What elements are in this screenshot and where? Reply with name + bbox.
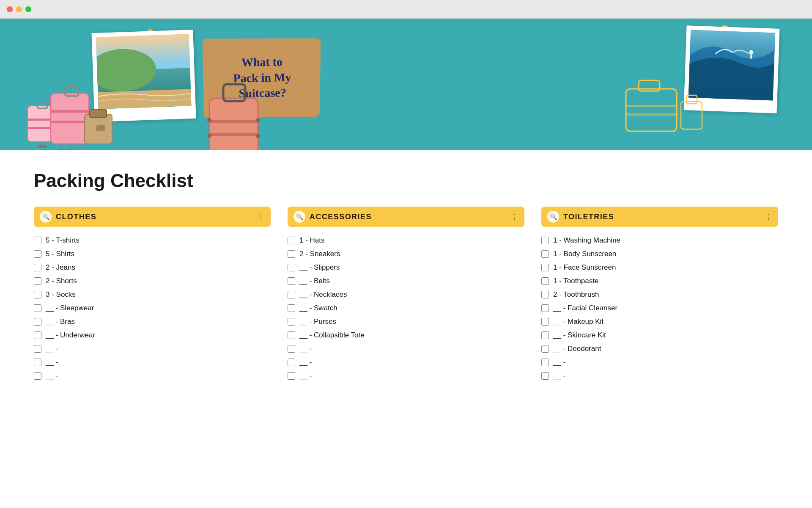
svg-point-31 (207, 118, 211, 122)
svg-rect-43 (681, 102, 702, 129)
item-label: __ - Slippers (299, 263, 340, 272)
checkbox-accessories-2[interactable] (288, 264, 295, 271)
list-item: 2 - Jeans (34, 261, 271, 274)
list-item: __ - (288, 342, 524, 356)
main-content: Packing Checklist 🔍CLOTHES⋮5 - T-shirts5… (0, 150, 812, 408)
search-icon-toiletries: 🔍 (547, 211, 559, 223)
checkbox-clothes-3[interactable] (34, 277, 41, 285)
checkbox-toiletries-9[interactable] (541, 359, 549, 366)
checkbox-toiletries-0[interactable] (541, 237, 549, 244)
list-item: 5 - Shirts (34, 247, 271, 261)
minimize-button[interactable] (16, 6, 22, 12)
checkbox-accessories-10[interactable] (288, 372, 295, 380)
checkbox-clothes-8[interactable] (34, 345, 41, 353)
checklist-clothes: 5 - T-shirts5 - Shirts2 - Jeans2 - Short… (34, 234, 271, 383)
item-label: __ - (299, 372, 312, 380)
checkbox-toiletries-6[interactable] (541, 318, 549, 326)
item-label: __ - (46, 345, 58, 353)
checkbox-accessories-7[interactable] (288, 331, 295, 339)
column-clothes: 🔍CLOTHES⋮5 - T-shirts5 - Shirts2 - Jeans… (34, 207, 271, 383)
checkbox-accessories-3[interactable] (288, 277, 295, 285)
window-chrome (0, 0, 812, 19)
checkbox-toiletries-8[interactable] (541, 345, 549, 353)
close-button[interactable] (7, 6, 13, 12)
luggage-group (25, 64, 118, 150)
item-label: 1 - Face Sunscreen (553, 263, 616, 272)
checkbox-accessories-9[interactable] (288, 359, 295, 366)
checkbox-clothes-6[interactable] (34, 318, 41, 326)
svg-rect-17 (51, 110, 89, 113)
search-icon-accessories: 🔍 (294, 211, 305, 223)
checkbox-clothes-4[interactable] (34, 291, 41, 298)
item-label: __ - (299, 358, 312, 367)
item-label: 3 - Socks (46, 290, 76, 299)
checkbox-toiletries-7[interactable] (541, 331, 549, 339)
list-item: __ - Skincare Kit (541, 329, 778, 342)
list-item: __ - (541, 369, 778, 383)
checkbox-toiletries-3[interactable] (541, 277, 549, 285)
checkbox-accessories-6[interactable] (288, 318, 295, 326)
list-item: __ - Slippers (288, 261, 524, 274)
list-item: __ - Necklaces (288, 288, 524, 301)
item-label: 1 - Toothpaste (553, 277, 598, 285)
column-toiletries: 🔍TOILETRIES⋮1 - Washing Machine1 - Body … (541, 207, 778, 383)
checkbox-accessories-5[interactable] (288, 304, 295, 312)
checkbox-clothes-9[interactable] (34, 359, 41, 366)
section-header-clothes: 🔍CLOTHES⋮ (34, 207, 271, 227)
checkbox-accessories-4[interactable] (288, 291, 295, 298)
item-label: 1 - Body Sunscreen (553, 250, 616, 258)
item-label: 1 - Washing Machine (553, 236, 620, 245)
item-label: 5 - T-shirts (46, 236, 80, 245)
suitcase-main (203, 78, 258, 150)
list-item: 1 - Toothpaste (541, 274, 778, 288)
list-item: 1 - Hats (288, 234, 524, 247)
gold-outline-luggage (622, 76, 706, 146)
svg-rect-37 (626, 89, 677, 131)
item-label: __ - (46, 358, 58, 367)
list-item: __ - Deodorant (541, 342, 778, 356)
list-item: 2 - Shorts (34, 274, 271, 288)
checkbox-clothes-0[interactable] (34, 237, 41, 244)
list-item: __ - (288, 356, 524, 369)
checkbox-accessories-0[interactable] (288, 237, 295, 244)
checkbox-toiletries-4[interactable] (541, 291, 549, 298)
checkbox-clothes-2[interactable] (34, 264, 41, 271)
svg-point-21 (59, 149, 64, 150)
checkbox-toiletries-2[interactable] (541, 264, 549, 271)
item-label: __ - Underwear (46, 331, 95, 340)
list-item: __ - (34, 356, 271, 369)
checkbox-clothes-7[interactable] (34, 331, 41, 339)
checkbox-accessories-8[interactable] (288, 345, 295, 353)
list-item: __ - (34, 342, 271, 356)
checkbox-toiletries-1[interactable] (541, 250, 549, 258)
list-item: 2 - Toothbrush (541, 288, 778, 301)
dots-menu-accessories[interactable]: ⋮ (511, 212, 518, 221)
item-label: __ - Facial Cleanser (553, 304, 617, 312)
checkbox-accessories-1[interactable] (288, 250, 295, 258)
section-title-clothes: CLOTHES (56, 213, 253, 221)
svg-rect-24 (90, 109, 107, 118)
item-label: __ - (553, 372, 565, 380)
maximize-button[interactable] (25, 6, 31, 12)
checkbox-clothes-5[interactable] (34, 304, 41, 312)
checkbox-clothes-10[interactable] (34, 372, 41, 380)
list-item: __ - Purses (288, 315, 524, 329)
checklist-toiletries: 1 - Washing Machine1 - Body Sunscreen1 -… (541, 234, 778, 383)
svg-rect-18 (51, 121, 89, 123)
item-label: __ - Deodorant (553, 345, 601, 353)
svg-rect-30 (209, 133, 258, 136)
search-icon-clothes: 🔍 (40, 211, 52, 223)
columns-container: 🔍CLOTHES⋮5 - T-shirts5 - Shirts2 - Jeans… (34, 207, 778, 383)
item-label: __ - Bras (46, 318, 75, 326)
checkbox-toiletries-10[interactable] (541, 372, 549, 380)
list-item: 1 - Body Sunscreen (541, 247, 778, 261)
svg-point-32 (256, 118, 260, 122)
item-label: __ - Swatch (299, 304, 337, 312)
svg-rect-40 (626, 113, 677, 116)
dots-menu-clothes[interactable]: ⋮ (257, 212, 265, 221)
list-item: __ - (541, 356, 778, 369)
checkbox-clothes-1[interactable] (34, 250, 41, 258)
checkbox-toiletries-5[interactable] (541, 304, 549, 312)
list-item: __ - Bras (34, 315, 271, 329)
dots-menu-toiletries[interactable]: ⋮ (765, 212, 772, 221)
